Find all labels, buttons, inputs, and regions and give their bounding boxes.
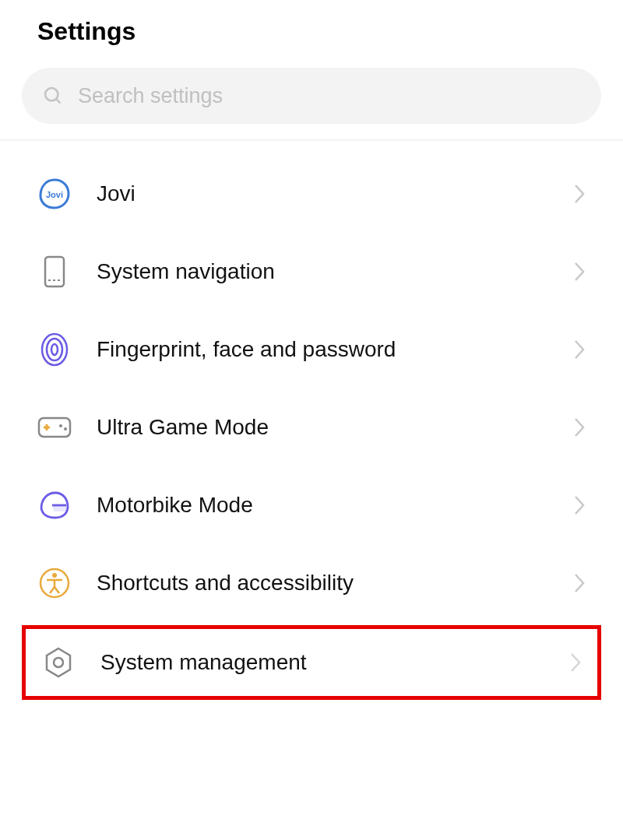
svg-text:Jovi: Jovi	[46, 190, 63, 199]
chevron-right-icon	[573, 261, 586, 283]
list-item-system-navigation[interactable]: System navigation	[0, 233, 623, 311]
list-item-label: Shortcuts and accessibility	[97, 571, 548, 596]
svg-point-14	[52, 573, 57, 578]
search-section: Search settings	[22, 68, 601, 132]
svg-marker-19	[47, 648, 70, 677]
svg-point-7	[51, 344, 58, 355]
chevron-right-icon	[573, 494, 586, 516]
svg-point-11	[59, 424, 62, 427]
chevron-right-icon	[573, 183, 586, 205]
accessibility-icon	[37, 567, 72, 599]
list-item-ultra-game-mode[interactable]: Ultra Game Mode	[0, 388, 623, 466]
svg-line-1	[56, 99, 60, 103]
chevron-right-icon	[573, 416, 586, 438]
page-title: Settings	[0, 0, 623, 68]
list-item-accessibility[interactable]: Shortcuts and accessibility	[0, 544, 623, 622]
list-item-fingerprint[interactable]: Fingerprint, face and password	[0, 311, 623, 388]
search-placeholder: Search settings	[78, 84, 223, 108]
svg-point-20	[54, 658, 63, 667]
svg-point-12	[64, 427, 67, 431]
search-input[interactable]: Search settings	[22, 68, 601, 124]
chevron-right-icon	[569, 652, 582, 673]
jovi-icon: Jovi	[37, 177, 72, 210]
list-item-label: Motorbike Mode	[97, 493, 548, 518]
gamepad-icon	[37, 415, 72, 440]
settings-list: Jovi Jovi System navigation F	[0, 141, 623, 700]
list-item-label: Jovi	[97, 181, 548, 206]
svg-point-6	[47, 339, 62, 360]
fingerprint-icon	[37, 332, 72, 367]
list-item-label: Ultra Game Mode	[97, 415, 548, 440]
chevron-right-icon	[573, 572, 586, 594]
svg-rect-3	[45, 257, 64, 286]
svg-point-0	[45, 88, 58, 100]
search-icon	[42, 85, 64, 107]
list-item-label: System navigation	[97, 259, 548, 284]
gear-icon	[41, 646, 76, 679]
helmet-icon	[37, 490, 72, 521]
list-item-motorbike-mode[interactable]: Motorbike Mode	[0, 466, 623, 544]
list-item-label: System management	[100, 650, 544, 675]
list-item-label: Fingerprint, face and password	[97, 337, 548, 362]
list-item-jovi[interactable]: Jovi Jovi	[0, 155, 623, 233]
list-item-system-management[interactable]: System management	[22, 625, 601, 700]
svg-line-18	[55, 587, 59, 593]
chevron-right-icon	[573, 339, 586, 360]
svg-line-17	[50, 587, 55, 593]
navigation-icon	[37, 255, 72, 288]
